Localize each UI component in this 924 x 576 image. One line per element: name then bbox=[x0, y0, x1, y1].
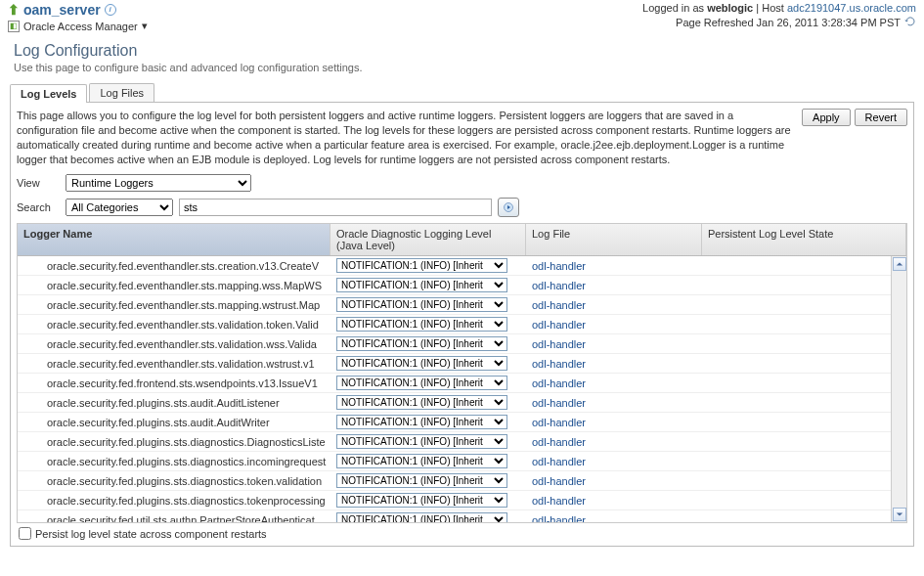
log-level-cell: NOTIFICATION:1 (INFO) [Inherit bbox=[330, 277, 526, 293]
table-row: oracle.security.fed.frontend.sts.wsendpo… bbox=[18, 374, 906, 393]
log-file-link[interactable]: odl-handler bbox=[532, 417, 586, 428]
logger-name-cell: oracle.security.fed.eventhandler.sts.val… bbox=[18, 337, 330, 351]
log-file-link[interactable]: odl-handler bbox=[532, 456, 586, 467]
view-select[interactable]: Runtime Loggers bbox=[66, 174, 251, 192]
log-file-cell: odl-handler bbox=[526, 396, 702, 410]
revert-button[interactable]: Revert bbox=[855, 109, 907, 126]
search-input[interactable] bbox=[179, 199, 492, 216]
col-persistent-state[interactable]: Persistent Log Level State bbox=[702, 224, 906, 255]
log-file-link[interactable]: odl-handler bbox=[532, 495, 586, 507]
persistent-state-cell bbox=[702, 500, 906, 502]
table-scrollbar[interactable] bbox=[891, 256, 906, 522]
log-level-select[interactable]: NOTIFICATION:1 (INFO) [Inherit bbox=[336, 297, 507, 312]
logger-name-cell: oracle.security.fed.eventhandler.sts.val… bbox=[18, 318, 330, 332]
log-file-link[interactable]: odl-handler bbox=[532, 358, 586, 370]
col-log-level[interactable]: Oracle Diagnostic Logging Level (Java Le… bbox=[330, 224, 526, 255]
search-go-button[interactable] bbox=[498, 198, 519, 217]
log-file-cell: odl-handler bbox=[526, 298, 702, 312]
server-name-text: oam_server bbox=[23, 2, 101, 18]
page-title: Log Configuration bbox=[14, 42, 910, 60]
table-row: oracle.security.fed.plugins.sts.diagnost… bbox=[18, 452, 906, 471]
page-desc: Use this page to configure basic and adv… bbox=[14, 62, 910, 73]
tab-log-levels[interactable]: Log Levels bbox=[10, 84, 87, 103]
logger-name-cell: oracle.security.fed.eventhandler.sts.map… bbox=[18, 298, 330, 312]
info-icon[interactable]: i bbox=[105, 4, 116, 16]
persistent-state-cell bbox=[702, 480, 906, 482]
log-level-select[interactable]: NOTIFICATION:1 (INFO) [Inherit bbox=[336, 434, 507, 449]
log-level-select[interactable]: NOTIFICATION:1 (INFO) [Inherit bbox=[336, 356, 507, 371]
logger-name-cell: oracle.security.fed.plugins.sts.diagnost… bbox=[18, 455, 330, 468]
tab-log-files[interactable]: Log Files bbox=[89, 83, 154, 102]
tab-description: This page allows you to configure the lo… bbox=[17, 109, 792, 166]
log-file-cell: odl-handler bbox=[526, 377, 702, 390]
log-file-link[interactable]: odl-handler bbox=[532, 436, 586, 448]
log-file-link[interactable]: odl-handler bbox=[532, 475, 586, 487]
log-level-select[interactable]: NOTIFICATION:1 (INFO) [Inherit bbox=[336, 454, 507, 468]
server-title: ⬆ oam_server i bbox=[8, 2, 148, 18]
log-file-link[interactable]: odl-handler bbox=[532, 397, 586, 409]
log-file-link[interactable]: odl-handler bbox=[532, 260, 586, 272]
refresh-icon[interactable] bbox=[904, 16, 916, 29]
log-file-link[interactable]: odl-handler bbox=[532, 514, 586, 523]
table-row: oracle.security.fed.eventhandler.sts.val… bbox=[18, 354, 906, 374]
log-level-select[interactable]: NOTIFICATION:1 (INFO) [Inherit bbox=[336, 473, 507, 488]
table-row: oracle.security.fed.eventhandler.sts.cre… bbox=[18, 256, 906, 276]
log-file-cell: odl-handler bbox=[526, 494, 702, 508]
log-file-link[interactable]: odl-handler bbox=[532, 338, 586, 350]
logger-name-cell: oracle.security.fed.eventhandler.sts.cre… bbox=[18, 259, 330, 273]
log-file-cell: odl-handler bbox=[526, 474, 702, 488]
logger-name-cell: oracle.security.fed.eventhandler.sts.val… bbox=[18, 357, 330, 371]
table-row: oracle.security.fed.eventhandler.sts.val… bbox=[18, 315, 906, 334]
col-log-file[interactable]: Log File bbox=[526, 224, 702, 255]
log-file-link[interactable]: odl-handler bbox=[532, 280, 586, 291]
login-prefix: Logged in as bbox=[642, 2, 704, 14]
persistent-state-cell bbox=[702, 421, 906, 423]
log-level-select[interactable]: NOTIFICATION:1 (INFO) [Inherit bbox=[336, 512, 507, 522]
logger-name-cell: oracle.security.fed.plugins.sts.diagnost… bbox=[18, 474, 330, 488]
log-level-select[interactable]: NOTIFICATION:1 (INFO) [Inherit bbox=[336, 336, 507, 351]
log-level-select[interactable]: NOTIFICATION:1 (INFO) [Inherit bbox=[336, 278, 507, 292]
log-level-cell: NOTIFICATION:1 (INFO) [Inherit bbox=[330, 511, 526, 522]
persist-checkbox[interactable] bbox=[19, 527, 31, 540]
log-file-link[interactable]: odl-handler bbox=[532, 299, 586, 311]
table-row: oracle.security.fed.plugins.sts.audit.Au… bbox=[18, 393, 906, 413]
log-level-cell: NOTIFICATION:1 (INFO) [Inherit bbox=[330, 296, 526, 313]
logger-name-cell: oracle.security.fed.plugins.sts.audit.Au… bbox=[18, 396, 330, 410]
scroll-up-icon[interactable] bbox=[893, 257, 906, 271]
log-file-cell: odl-handler bbox=[526, 357, 702, 371]
app-menu[interactable]: ◧ Oracle Access Manager ▾ bbox=[8, 20, 148, 32]
logger-name-cell: oracle.security.fed.plugins.sts.diagnost… bbox=[18, 494, 330, 508]
host-value: adc2191047.us.oracle.com bbox=[787, 2, 916, 14]
log-file-cell: odl-handler bbox=[526, 259, 702, 273]
logger-name-cell: oracle.security.fed.plugins.sts.diagnost… bbox=[18, 435, 330, 449]
apply-button[interactable]: Apply bbox=[802, 109, 851, 126]
tabs: Log Levels Log Files bbox=[10, 83, 914, 103]
log-level-select[interactable]: NOTIFICATION:1 (INFO) [Inherit bbox=[336, 415, 507, 429]
persistent-state-cell bbox=[702, 402, 906, 404]
table-row: oracle.security.fed.plugins.sts.diagnost… bbox=[18, 471, 906, 491]
table-row: oracle.security.fed.plugins.sts.diagnost… bbox=[18, 491, 906, 510]
persistent-state-cell bbox=[702, 343, 906, 345]
log-file-cell: odl-handler bbox=[526, 416, 702, 429]
host-label: Host bbox=[762, 2, 784, 14]
persistent-state-cell bbox=[702, 265, 906, 267]
chevron-down-icon: ▾ bbox=[142, 20, 148, 32]
log-level-select[interactable]: NOTIFICATION:1 (INFO) [Inherit bbox=[336, 395, 507, 410]
login-user: weblogic bbox=[707, 2, 753, 14]
log-level-cell: NOTIFICATION:1 (INFO) [Inherit bbox=[330, 257, 526, 274]
log-file-cell: odl-handler bbox=[526, 318, 702, 332]
log-level-select[interactable]: NOTIFICATION:1 (INFO) [Inherit bbox=[336, 376, 507, 390]
log-file-link[interactable]: odl-handler bbox=[532, 377, 586, 389]
scroll-down-icon[interactable] bbox=[893, 508, 906, 521]
persistent-state-cell bbox=[702, 461, 906, 463]
log-level-cell: NOTIFICATION:1 (INFO) [Inherit bbox=[330, 492, 526, 509]
log-level-select[interactable]: NOTIFICATION:1 (INFO) [Inherit bbox=[336, 493, 507, 508]
search-category-select[interactable]: All Categories bbox=[66, 199, 173, 216]
log-file-cell: odl-handler bbox=[526, 435, 702, 449]
log-file-link[interactable]: odl-handler bbox=[532, 319, 586, 331]
persistent-state-cell bbox=[702, 285, 906, 287]
log-level-select[interactable]: NOTIFICATION:1 (INFO) [Inherit bbox=[336, 317, 507, 332]
col-logger-name[interactable]: Logger Name bbox=[18, 224, 330, 255]
log-level-select[interactable]: NOTIFICATION:1 (INFO) [Inherit bbox=[336, 258, 507, 273]
loggers-table: Logger Name Oracle Diagnostic Logging Le… bbox=[17, 223, 907, 523]
